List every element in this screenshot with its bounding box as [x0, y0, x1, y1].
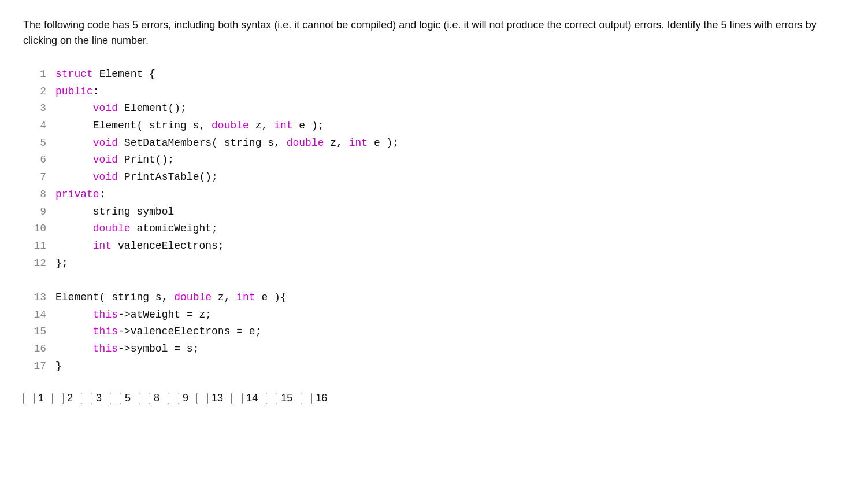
code-line-5: 5 void SetDataMembers( string s, double … [23, 135, 845, 152]
line-number-14: 14 [23, 307, 46, 324]
line-number-13: 13 [23, 289, 46, 307]
checkbox-item-16[interactable]: 16 [301, 392, 327, 404]
checkbox-16[interactable] [301, 393, 312, 404]
code-text-16: this->symbol = s; [55, 341, 199, 358]
line-number-8: 8 [23, 186, 46, 204]
checkbox-2[interactable] [52, 393, 64, 404]
code-text-2: public: [55, 83, 99, 101]
checkbox-item-13[interactable]: 13 [196, 392, 223, 404]
code-text-6: void Print(); [55, 152, 174, 169]
checkbox-item-9[interactable]: 9 [168, 392, 188, 404]
code-text-5: void SetDataMembers( string s, double z,… [55, 135, 399, 152]
code-text-13: Element( string s, double z, int e ){ [55, 289, 287, 307]
code-line-2: 2public: [23, 83, 845, 101]
code-text-3: void Element(); [55, 100, 187, 117]
line-number-10: 10 [23, 220, 46, 238]
line-number-15: 15 [23, 323, 46, 341]
code-text-4: Element( string s, double z, int e ); [55, 117, 324, 135]
line-number-2: 2 [23, 83, 46, 101]
checkbox-9[interactable] [168, 393, 179, 404]
checkbox-item-8[interactable]: 8 [139, 392, 159, 404]
checkbox-label-16[interactable]: 16 [316, 392, 327, 404]
line-number-9: 9 [23, 204, 46, 221]
checkbox-label-9[interactable]: 9 [183, 392, 188, 404]
checkbox-15[interactable] [266, 393, 277, 404]
code-text-1: struct Element { [55, 66, 155, 83]
checkbox-label-8[interactable]: 8 [154, 392, 159, 404]
checkbox-8[interactable] [139, 393, 150, 404]
code-line-17: 17} [23, 358, 845, 375]
checkbox-label-5[interactable]: 5 [125, 392, 131, 404]
code-line-8: 8private: [23, 186, 845, 204]
code-line-14: 14 this->atWeight = z; [23, 307, 845, 324]
code-line-6: 6 void Print(); [23, 152, 845, 169]
code-text-8: private: [55, 186, 105, 204]
checkbox-label-2[interactable]: 2 [67, 392, 73, 404]
code-text-10: double atomicWeight; [55, 220, 218, 238]
checkbox-label-14[interactable]: 14 [246, 392, 258, 404]
code-line-11: 11 int valenceElectrons; [23, 238, 845, 255]
line-number-5: 5 [23, 135, 46, 152]
line-number-12: 12 [23, 255, 46, 272]
code-block: 1struct Element {2public:3 void Element(… [23, 66, 845, 375]
line-number-6: 6 [23, 152, 46, 169]
line-number-4: 4 [23, 117, 46, 135]
code-line-12: 12}; [23, 255, 845, 272]
code-text-12: }; [55, 255, 68, 272]
checkbox-1[interactable] [23, 393, 35, 404]
checkbox-14[interactable] [231, 393, 243, 404]
code-line-16: 16 this->symbol = s; [23, 341, 845, 358]
checkbox-label-15[interactable]: 15 [281, 392, 292, 404]
checkbox-item-2[interactable]: 2 [52, 392, 73, 404]
line-number-1: 1 [23, 66, 46, 83]
code-line-4: 4 Element( string s, double z, int e ); [23, 117, 845, 135]
checkbox-item-14[interactable]: 14 [231, 392, 258, 404]
line-number-11: 11 [23, 238, 46, 255]
code-line-7: 7 void PrintAsTable(); [23, 169, 845, 186]
checkbox-5[interactable] [110, 393, 121, 404]
code-line-15: 15 this->valenceElectrons = e; [23, 323, 845, 341]
code-line-9: 9 string symbol [23, 204, 845, 221]
checkbox-label-13[interactable]: 13 [212, 392, 223, 404]
code-line-13: 13Element( string s, double z, int e ){ [23, 289, 845, 307]
line-number-3: 3 [23, 100, 46, 117]
checkboxes-row: 12358913141516 [23, 392, 845, 404]
code-line-10: 10 double atomicWeight; [23, 220, 845, 238]
checkbox-item-1[interactable]: 1 [23, 392, 44, 404]
checkbox-label-3[interactable]: 3 [96, 392, 102, 404]
checkbox-13[interactable] [196, 393, 208, 404]
line-number-7: 7 [23, 169, 46, 186]
code-text-17: } [55, 358, 62, 375]
checkbox-item-5[interactable]: 5 [110, 392, 131, 404]
checkbox-3[interactable] [81, 393, 92, 404]
code-text-15: this->valenceElectrons = e; [55, 323, 261, 341]
checkbox-item-15[interactable]: 15 [266, 392, 292, 404]
code-text-7: void PrintAsTable(); [55, 169, 218, 186]
line-number-16: 16 [23, 341, 46, 358]
checkbox-item-3[interactable]: 3 [81, 392, 102, 404]
code-text-11: int valenceElectrons; [55, 238, 224, 255]
code-text-14: this->atWeight = z; [55, 307, 212, 324]
code-text-9: string symbol [55, 204, 174, 221]
description-text: The following code has 5 errors, includi… [23, 17, 844, 49]
code-line-3: 3 void Element(); [23, 100, 845, 117]
code-line-1: 1struct Element { [23, 66, 845, 83]
line-number-17: 17 [23, 358, 46, 375]
checkbox-label-1[interactable]: 1 [38, 392, 44, 404]
